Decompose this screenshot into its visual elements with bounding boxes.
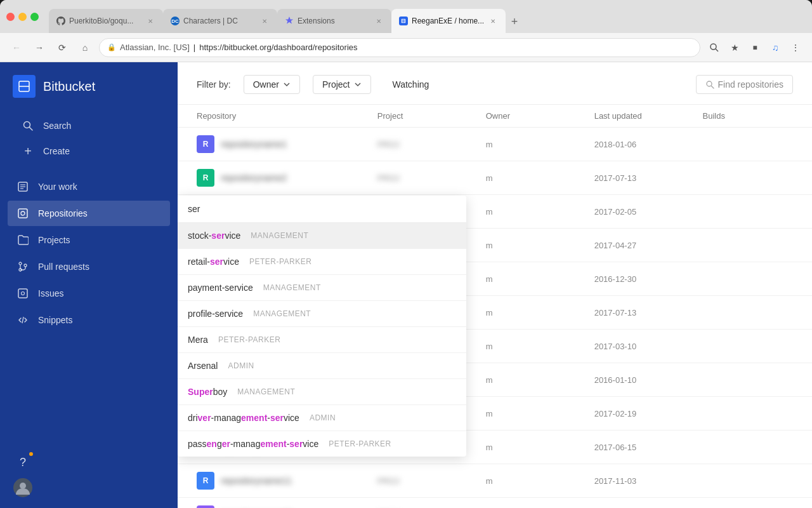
sidebar-item-pull-requests[interactable]: Pull requests (8, 254, 170, 279)
project-filter-button[interactable]: Project (313, 75, 371, 94)
sidebar-item-your-work[interactable]: Your work (8, 174, 170, 199)
repo-name: repositoryname2 (221, 173, 287, 183)
bitbucket-logo (13, 75, 36, 98)
col-header-project: Project (377, 111, 486, 121)
highlight-ement2: ement (260, 439, 286, 449)
minimize-window-button[interactable] (18, 13, 27, 21)
item-project-stock-service: MANAGEMENT (251, 231, 308, 240)
owner-filter-label: Owner (253, 79, 279, 90)
browser-tab-github[interactable]: PuerkitoBio/goqu... ✕ (49, 9, 163, 33)
dropdown-item-arsenal[interactable]: Arsenal ADMIN (178, 353, 466, 379)
extensions-icon (285, 17, 294, 25)
highlight-super: Super (188, 387, 213, 397)
repo-name-cell: R repositoryname2 (197, 169, 377, 187)
home-button[interactable]: ⌂ (76, 39, 94, 57)
repo-owner: m (486, 308, 594, 318)
browser-tab-dc[interactable]: DC Characters | DC ✕ (163, 9, 277, 33)
dropdown-item-retail-service[interactable]: retail-service PETER-PARKER (178, 249, 466, 275)
search-input[interactable] (188, 204, 456, 214)
maximize-window-button[interactable] (30, 13, 39, 21)
close-window-button[interactable] (6, 13, 15, 21)
tab-label-extensions: Extensions (298, 17, 370, 25)
repo-owner: m (486, 476, 594, 486)
highlight-ser2: ser (210, 257, 223, 267)
item-name-mera: Mera (188, 335, 208, 345)
dropdown-item-profile-service[interactable]: profile-service MANAGEMENT (178, 301, 466, 327)
highlight-ser3: ser (270, 413, 284, 423)
repo-last-updated: 2017-02-19 (594, 409, 703, 418)
table-row[interactable]: R repositoryname2 PROJ m 2017-07-13 (178, 161, 812, 195)
col-header-repository: Repository (197, 111, 377, 121)
table-row[interactable]: R repositoryname1 PROJ m 2018-01-06 (178, 128, 812, 161)
dropdown-item-driver-management-service[interactable]: driver-management-service ADMIN (178, 405, 466, 431)
back-button[interactable]: ← (8, 39, 25, 57)
svg-line-22 (711, 86, 714, 89)
repo-last-updated: 2018-01-06 (594, 140, 703, 149)
reload-button[interactable]: ⟳ (53, 39, 71, 57)
svg-line-1 (716, 49, 718, 51)
issues-icon (16, 287, 29, 300)
snippets-icon (16, 314, 29, 326)
help-notification-badge (28, 451, 34, 457)
repositories-icon (16, 207, 29, 220)
new-tab-button[interactable]: + (506, 13, 523, 30)
sidebar-item-label-issues: Issues (38, 288, 63, 298)
projects-icon (16, 234, 29, 246)
project-dropdown-icon (354, 81, 362, 88)
bitbucket-tab-icon: ⊟ (399, 17, 408, 25)
bookmark-icon[interactable]: ★ (726, 39, 743, 57)
dropdown-item-mera[interactable]: Mera PETER-PARKER (178, 327, 466, 353)
search-toolbar-icon[interactable] (705, 39, 723, 57)
sidebar-brand-name: Bitbucket (43, 79, 95, 94)
sidebar-search-button[interactable]: Search (13, 113, 165, 138)
tab-close-bitbucket[interactable]: ✕ (488, 16, 498, 26)
search-dropdown: stock-service MANAGEMENT retail-service … (178, 196, 466, 457)
tab-label-dc: Characters | DC (183, 17, 256, 25)
help-button[interactable]: ? (13, 452, 33, 472)
dropdown-item-superboy[interactable]: Superboy MANAGEMENT (178, 379, 466, 405)
tab-close-dc[interactable]: ✕ (259, 16, 270, 26)
item-project-retail-service: PETER-PARKER (249, 257, 311, 266)
menu-icon[interactable]: ⋮ (787, 39, 804, 57)
sidebar-item-projects[interactable]: Projects (8, 227, 170, 253)
address-bar[interactable]: 🔒 Atlassian, Inc. [US] | https://bitbuck… (99, 38, 700, 57)
dropdown-item-payment-service[interactable]: payment-service MANAGEMENT (178, 275, 466, 301)
repo-owner: m (486, 409, 594, 418)
tab-close-extensions[interactable]: ✕ (374, 16, 384, 26)
table-row[interactable]: R repositoryname12 PROJ m 2016-06-08 (178, 498, 812, 508)
sidebar-item-label-your-work: Your work (38, 182, 77, 192)
svg-point-12 (19, 262, 22, 265)
svg-rect-10 (18, 209, 27, 218)
user-avatar[interactable] (13, 478, 33, 498)
owner-filter-button[interactable]: Owner (244, 75, 300, 94)
browser-tab-extensions[interactable]: Extensions ✕ (277, 9, 391, 33)
repo-owner: m (486, 241, 594, 250)
find-repositories-input[interactable]: Find repositories (696, 75, 794, 94)
dc-icon: DC (171, 17, 180, 25)
extension1-icon[interactable]: ■ (746, 39, 764, 57)
repo-project: PROJ (377, 140, 486, 149)
browser-tab-bitbucket[interactable]: ⊟ ReeganExE / home... ✕ (391, 9, 506, 33)
toolbar-icons: ★ ■ ♫ ⋮ (705, 39, 804, 57)
dropdown-item-passenger-management-service[interactable]: passenger-management-service PETER-PARKE… (178, 431, 466, 457)
col-header-builds: Builds (703, 111, 793, 121)
sidebar-item-snippets[interactable]: Snippets (8, 307, 170, 333)
find-repos-placeholder: Find repositories (718, 79, 784, 90)
sidebar-create-button[interactable]: + Create (13, 138, 165, 164)
repo-owner: m (486, 140, 594, 149)
forward-button[interactable]: → (30, 39, 48, 57)
watching-filter-button[interactable]: Watching (384, 76, 438, 93)
sidebar-item-issues[interactable]: Issues (8, 281, 170, 306)
table-row[interactable]: R repositoryname11 PROJ m 2017-11-03 (178, 464, 812, 498)
sidebar-item-repositories[interactable]: Repositories (8, 201, 170, 226)
svg-rect-16 (18, 289, 27, 298)
repo-last-updated: 2017-03-10 (594, 342, 703, 351)
dropdown-item-stock-service[interactable]: stock-service MANAGEMENT (178, 223, 466, 249)
repo-name-cell: R repositoryname1 (197, 135, 377, 153)
create-icon: + (22, 145, 34, 157)
item-project-superboy: MANAGEMENT (237, 387, 295, 396)
tab-close-github[interactable]: ✕ (145, 16, 155, 26)
project-filter-label: Project (322, 79, 350, 90)
music-icon[interactable]: ♫ (766, 39, 784, 57)
repo-avatar: R (197, 169, 214, 187)
